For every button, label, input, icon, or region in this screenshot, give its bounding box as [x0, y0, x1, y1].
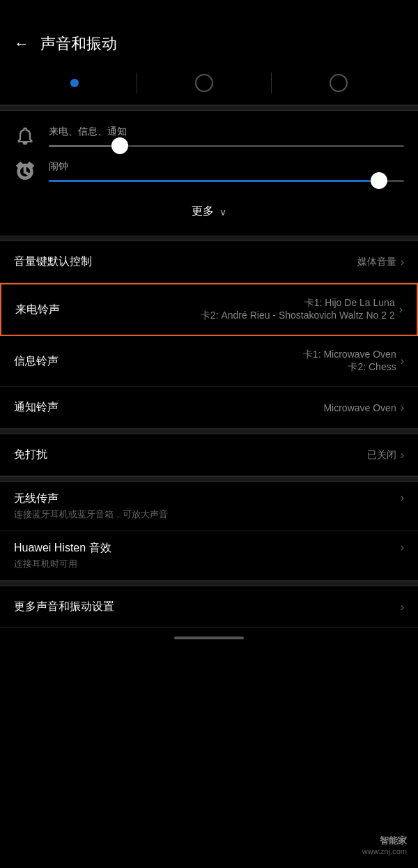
dnd-section: 免打扰 已关闭 ›: [0, 434, 418, 476]
dnd-right: 已关闭 ›: [367, 449, 404, 462]
back-button[interactable]: ←: [14, 35, 29, 53]
watermark-url: www.znj.com: [362, 847, 407, 855]
alarm-icon: [14, 160, 36, 182]
histen-chevron: ›: [401, 541, 404, 554]
bottom-indicator: [0, 628, 418, 644]
volume-section: 来电、信息、通知 闹钟 更多 ∨: [0, 111, 418, 236]
message-tone-value: 卡1: Microwave Oven 卡2: Chess: [303, 349, 396, 374]
ringtone-line2: 卡2: André Rieu - Shostakovich Waltz No 2…: [201, 310, 395, 322]
message-tone-chevron: ›: [401, 355, 404, 367]
wireless-chevron: ›: [401, 492, 404, 504]
settings-item-ringtone[interactable]: 来电铃声 卡1: Hijo De La Luna 卡2: André Rieu …: [0, 283, 418, 336]
wireless-subtitle: 连接蓝牙耳机或蓝牙音箱，可放大声音: [14, 508, 404, 521]
page-title: 声音和振动: [40, 33, 117, 54]
message-tone-line2: 卡2: Chess: [303, 361, 396, 374]
header: ← 声音和振动: [0, 0, 418, 66]
tab-ring-1[interactable]: [195, 74, 213, 92]
bell-icon: [14, 125, 36, 147]
settings-item-histen[interactable]: Huawei Histen 音效 › 连接耳机时可用: [0, 531, 418, 581]
dnd-chevron: ›: [401, 449, 404, 462]
divider-top: [0, 105, 418, 111]
tab-dot-active[interactable]: [70, 79, 79, 87]
divider-wireless: [0, 476, 418, 482]
message-tone-right: 卡1: Microwave Oven 卡2: Chess ›: [303, 349, 404, 374]
notification-slider-fill: [49, 145, 120, 147]
divider-dnd: [0, 429, 418, 434]
notification-tone-chevron: ›: [401, 402, 404, 414]
audio-section: 无线传声 › 连接蓝牙耳机或蓝牙音箱，可放大声音 Huawei Histen 音…: [0, 482, 418, 581]
message-tone-label: 信息铃声: [14, 354, 59, 369]
wireless-label: 无线传声: [14, 492, 59, 506]
tab-bar: [0, 66, 418, 105]
tab-ring-2[interactable]: [330, 74, 348, 92]
settings-list: 音量键默认控制 媒体音量 › 来电铃声 卡1: Hijo De La Luna …: [0, 241, 418, 429]
more-sound-section: 更多声音和振动设置 ›: [0, 586, 418, 628]
more-sound-right: ›: [401, 601, 404, 614]
dnd-label: 免打扰: [14, 448, 47, 462]
watermark-logo: 智能家: [362, 835, 407, 847]
alarm-slider-thumb[interactable]: [371, 172, 387, 189]
histen-title-row: Huawei Histen 音效 ›: [14, 541, 404, 556]
notification-volume-row: 来电、信息、通知: [14, 125, 404, 147]
notification-volume-control: 来电、信息、通知: [49, 125, 404, 147]
more-sound-chevron: ›: [401, 601, 404, 614]
ringtone-chevron: ›: [399, 303, 403, 316]
tab-separator-2: [271, 73, 272, 93]
notification-tone-right: Microwave Oven ›: [323, 402, 404, 414]
divider-more: [0, 581, 418, 586]
ringtone-value: 卡1: Hijo De La Luna 卡2: André Rieu - Sho…: [201, 297, 395, 322]
notification-slider-track[interactable]: [49, 145, 404, 147]
volume-key-label: 音量键默认控制: [14, 254, 92, 269]
more-label: 更多: [192, 204, 214, 219]
ringtone-line1: 卡1: Hijo De La Luna: [201, 297, 395, 310]
notification-label: 来电、信息、通知: [49, 125, 404, 138]
ringtone-right: 卡1: Hijo De La Luna 卡2: André Rieu - Sho…: [201, 297, 403, 322]
settings-item-notification-tone[interactable]: 通知铃声 Microwave Oven ›: [0, 387, 418, 429]
settings-item-more-sound[interactable]: 更多声音和振动设置 ›: [0, 586, 418, 628]
histen-label: Huawei Histen 音效: [14, 541, 111, 556]
notification-slider-thumb[interactable]: [111, 137, 128, 154]
message-tone-line1: 卡1: Microwave Oven: [303, 349, 396, 361]
alarm-slider-track[interactable]: [49, 180, 404, 182]
settings-item-volume-key[interactable]: 音量键默认控制 媒体音量 ›: [0, 241, 418, 283]
more-button[interactable]: 更多 ∨: [14, 195, 404, 229]
volume-key-value: 媒体音量: [357, 256, 396, 268]
tab-separator-1: [137, 73, 137, 93]
settings-item-dnd[interactable]: 免打扰 已关闭 ›: [0, 434, 418, 476]
alarm-volume-control: 闹钟: [49, 160, 404, 182]
alarm-volume-row: 闹钟: [14, 160, 404, 182]
ringtone-label: 来电铃声: [15, 303, 60, 317]
divider-mid: [0, 236, 418, 241]
bottom-bar: [174, 637, 244, 639]
chevron-down-icon: ∨: [219, 206, 226, 218]
notification-tone-value: Microwave Oven: [323, 402, 396, 413]
notification-tone-label: 通知铃声: [14, 400, 59, 415]
watermark: 智能家 www.znj.com: [362, 835, 407, 855]
alarm-slider-fill: [49, 180, 379, 182]
volume-key-chevron: ›: [401, 256, 404, 268]
settings-item-message-tone[interactable]: 信息铃声 卡1: Microwave Oven 卡2: Chess ›: [0, 336, 418, 387]
more-sound-label: 更多声音和振动设置: [14, 600, 114, 614]
wireless-title-row: 无线传声 ›: [14, 492, 404, 506]
histen-subtitle: 连接耳机时可用: [14, 558, 404, 570]
alarm-label: 闹钟: [49, 160, 404, 173]
settings-item-wireless[interactable]: 无线传声 › 连接蓝牙耳机或蓝牙音箱，可放大声音: [0, 482, 418, 531]
dnd-value: 已关闭: [367, 449, 396, 462]
volume-key-right: 媒体音量 ›: [357, 256, 404, 268]
